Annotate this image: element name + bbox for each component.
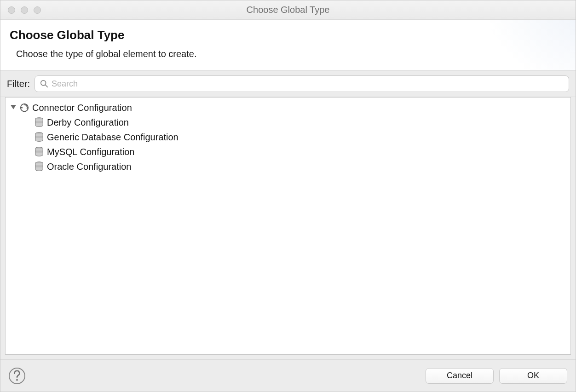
tree-root-label: Connector Configuration: [32, 103, 132, 113]
banner-decoration: [484, 20, 576, 71]
type-tree[interactable]: Connector Configuration Derby Configurat…: [5, 97, 571, 355]
banner-heading: Choose Global Type: [10, 28, 566, 42]
tree-item-mysql[interactable]: MySQL Configuration: [7, 144, 569, 159]
help-button[interactable]: [9, 368, 25, 384]
tree-item-derby[interactable]: Derby Configuration: [7, 115, 569, 130]
minimize-icon[interactable]: [21, 6, 28, 14]
tree-item-label: Derby Configuration: [47, 117, 129, 128]
tree-item-oracle[interactable]: Oracle Configuration: [7, 159, 569, 174]
database-icon: [33, 132, 45, 143]
zoom-icon[interactable]: [34, 6, 41, 14]
banner: Choose Global Type Choose the type of gl…: [0, 20, 576, 71]
connector-icon: [18, 103, 30, 113]
cancel-button[interactable]: Cancel: [426, 368, 494, 384]
help-icon: [13, 370, 21, 381]
window-controls: [8, 6, 41, 14]
svg-point-0: [41, 81, 46, 86]
database-icon: [33, 161, 45, 172]
banner-description: Choose the type of global element to cre…: [16, 49, 566, 59]
database-icon: [33, 146, 45, 157]
filter-label: Filter:: [7, 79, 30, 89]
filter-bar: Filter:: [0, 71, 576, 97]
tree-item-label: MySQL Configuration: [47, 147, 134, 157]
search-input-wrap: [35, 75, 569, 92]
svg-line-1: [46, 85, 48, 87]
search-input[interactable]: [35, 75, 569, 92]
close-icon[interactable]: [8, 6, 15, 14]
svg-point-9: [16, 379, 18, 380]
search-icon: [40, 80, 48, 88]
window-title: Choose Global Type: [0, 5, 576, 15]
svg-point-4: [21, 107, 23, 108]
footer: Cancel OK: [0, 359, 576, 392]
disclosure-triangle-icon[interactable]: [9, 105, 17, 110]
tree-item-label: Generic Database Configuration: [47, 132, 179, 143]
dialog-window: Choose Global Type Choose Global Type Ch…: [0, 0, 576, 392]
svg-marker-2: [11, 105, 16, 110]
database-icon: [33, 117, 45, 128]
ok-button[interactable]: OK: [499, 368, 567, 384]
titlebar[interactable]: Choose Global Type: [0, 0, 576, 20]
tree-item-generic-database[interactable]: Generic Database Configuration: [7, 130, 569, 144]
tree-item-label: Oracle Configuration: [47, 161, 131, 172]
tree-root-connector-configuration[interactable]: Connector Configuration: [7, 100, 569, 115]
